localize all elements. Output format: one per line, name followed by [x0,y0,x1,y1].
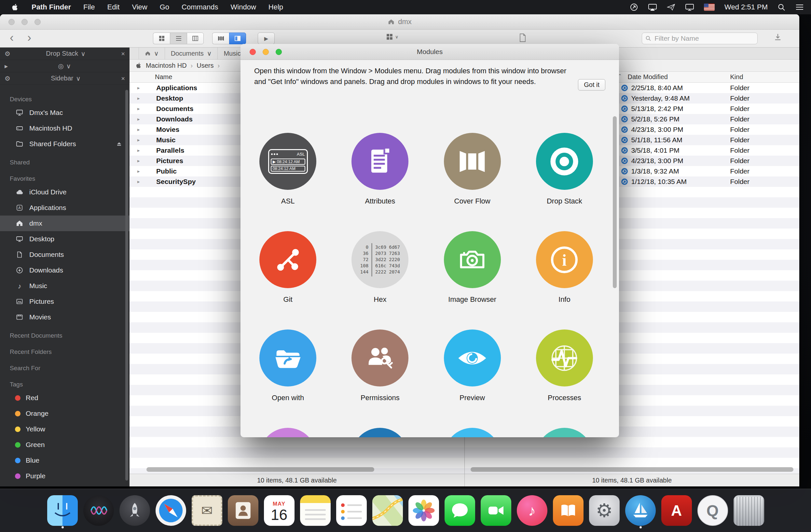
module-processes[interactable]: Processes [518,330,611,428]
disclosure-triangle-icon[interactable]: ▸ [137,158,140,164]
dock-trash[interactable] [733,492,765,528]
module-permissions[interactable]: Permissions [334,330,426,428]
disclosure-icon[interactable]: ▸ [4,63,8,69]
dock-system-preferences[interactable]: ⚙ [588,492,620,528]
sidebar-item-applications[interactable]: AApplications [0,200,129,215]
caret-down-icon[interactable]: ∨ [81,50,86,58]
dock-ibooks[interactable] [552,492,584,528]
sidebar-scrollbar[interactable] [125,90,128,481]
dock-facetime[interactable] [480,492,512,528]
sidebar-tag-yellow[interactable]: Yellow [0,421,129,437]
dock-maps[interactable] [372,492,403,528]
close-icon[interactable]: × [121,50,125,57]
close-button[interactable] [9,19,15,25]
filter-input[interactable] [654,34,754,43]
share-plane-icon[interactable] [667,3,675,11]
module-hex[interactable]: 036721081443c69 6d672073 72633d22 222061… [334,231,426,330]
sidebar-item-dmx-s-mac[interactable]: Dmx's Mac [0,105,129,120]
home-tab[interactable]: ∨ [139,47,165,59]
dock-siri[interactable] [83,492,114,528]
horizontal-scrollbar[interactable] [147,467,374,472]
sidebar-item-music[interactable]: ♪Music [0,278,129,294]
sidebar-item-downloads[interactable]: Downloads [0,262,129,278]
dock-quicklook[interactable]: Q [697,492,729,528]
menu-go[interactable]: Go [154,3,175,11]
module-attributes[interactable]: Attributes [334,133,426,231]
notification-center-icon[interactable] [795,4,804,11]
module-asl[interactable]: ASL▶ 08:24:12 AM08:24:12 AMASL [242,133,334,231]
menu-commands[interactable]: Commands [175,3,224,11]
filter-field[interactable] [642,33,758,44]
spotlight-search-icon[interactable] [778,3,786,11]
dual-pane-button[interactable] [229,33,246,44]
apple-menu-icon[interactable] [7,3,23,11]
menu-view[interactable]: View [126,3,153,11]
download-button[interactable] [774,33,782,42]
module-info[interactable]: iInfo [518,231,611,330]
module-git[interactable]: Git [242,231,334,330]
sidebar-tag-blue[interactable]: Blue [0,453,129,468]
dock-acrobat[interactable]: A [661,492,692,528]
caret-down-icon[interactable]: ∨ [76,75,81,82]
module-image-browser[interactable]: Image Browser [426,231,518,330]
sidebar-item-documents[interactable]: Documents [0,247,129,262]
airplay-display-icon[interactable] [648,3,657,11]
cover-flow-button[interactable] [212,33,229,44]
disclosure-triangle-icon[interactable]: ▸ [137,127,140,133]
sidebar-tag-green[interactable]: Green [0,437,129,453]
list-view-button[interactable] [170,33,187,44]
dock-launchpad[interactable] [119,492,151,528]
proxy-file-icon[interactable] [519,33,526,42]
module-partial[interactable] [426,428,518,437]
gear-icon[interactable]: ⚙ [4,75,11,82]
sidebar-item-dmx[interactable]: dmx [0,215,129,231]
zoom-button[interactable] [34,19,41,25]
disclosure-triangle-icon[interactable]: ▸ [137,137,140,143]
icon-view-button[interactable] [153,33,170,44]
sidebar-item-icloud-drive[interactable]: iCloud Drive [0,184,129,200]
sidebar-item-macintosh-hd[interactable]: Macintosh HD [0,120,129,136]
disclosure-triangle-icon[interactable]: ▸ [137,179,140,185]
sidebar-item-movies[interactable]: Movies [0,309,129,325]
dock-photos[interactable] [408,492,440,528]
horizontal-scrollbar[interactable] [471,467,794,472]
crumb-volume[interactable]: Macintosh HD [146,62,187,69]
sidebar-item-pictures[interactable]: Pictures [0,294,129,309]
sidebar-tag-red[interactable]: Red [0,390,129,406]
view-options-button[interactable]: ∨ [386,33,398,40]
disclosure-triangle-icon[interactable]: ▸ [137,148,140,153]
sidebar-tag-gray[interactable]: Gray [0,484,129,486]
dialog-close-button[interactable] [250,49,256,55]
dock-contacts[interactable] [227,492,259,528]
disclosure-triangle-icon[interactable]: ▸ [137,168,140,174]
dock-messages[interactable] [444,492,476,528]
module-partial[interactable] [518,428,611,437]
dock-reminders[interactable] [336,492,367,528]
module-partial[interactable] [334,428,426,437]
window-title-bar[interactable]: dmx [0,14,799,30]
gear-icon[interactable]: ⚙ [4,50,11,57]
menu-window[interactable]: Window [225,3,262,11]
menu-edit[interactable]: Edit [101,3,126,11]
dock-safari[interactable] [155,492,187,528]
disclosure-triangle-icon[interactable]: ▸ [137,116,140,122]
dock-finder[interactable] [47,492,78,528]
dock-mail[interactable]: ✉ [191,492,223,528]
caret-down-icon[interactable]: ∨ [66,62,71,70]
module-drop-stack[interactable]: Drop Stack [518,133,611,231]
sidebar-tag-orange[interactable]: Orange [0,406,129,421]
sidebar-item-desktop[interactable]: Desktop [0,231,129,247]
dock-path-finder[interactable] [625,492,656,528]
menu-help[interactable]: Help [262,3,289,11]
play-button[interactable]: ▶ [258,33,275,44]
menu-path-finder[interactable]: Path Finder [25,3,77,11]
us-flag-icon[interactable] [704,4,715,11]
sidebar-item-shared-folders[interactable]: Shared Folders [0,136,129,152]
eject-icon[interactable] [116,141,122,147]
dialog-minimize-button[interactable] [263,49,269,55]
sidebar-tag-purple[interactable]: Purple [0,468,129,484]
column-view-button[interactable] [187,33,204,44]
module-partial[interactable] [242,428,334,437]
got-it-button[interactable]: Got it [578,79,605,91]
disclosure-triangle-icon[interactable]: ▸ [137,85,140,91]
